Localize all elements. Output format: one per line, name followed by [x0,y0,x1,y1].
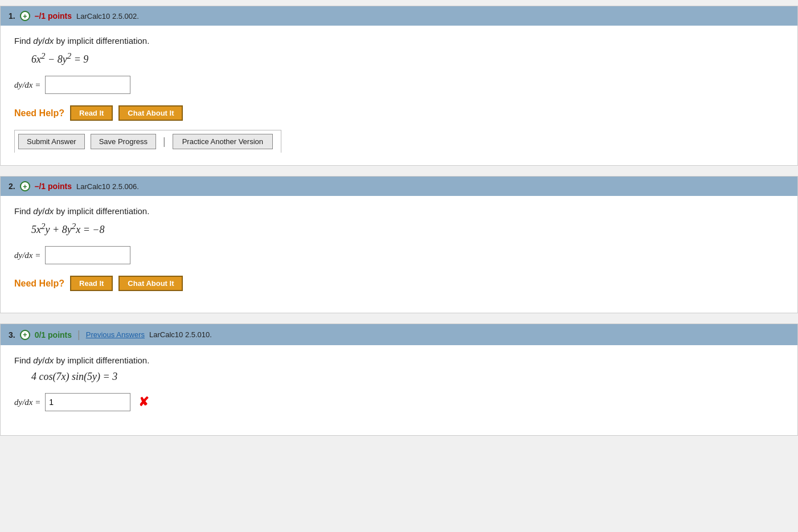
problem-3-answer-row: dy/dx = ✘ [14,393,784,411]
problem-1-id: LarCalc10 2.5.002. [76,12,139,21]
problem-3-id: LarCalc10 2.5.010. [149,330,212,339]
problem-2-instruction: Find dy/dx by implicit differentiation. [14,206,784,216]
problem-1-action-tab: Submit Answer Save Progress | Practice A… [14,130,281,153]
problem-1-header: 1. + –/1 points LarCalc10 2.5.002. [1,6,797,26]
plus-icon-3: + [20,330,30,340]
page-container: 1. + –/1 points LarCalc10 2.5.002. Find … [0,0,798,532]
problem-1-number: 1. [9,11,15,21]
problem-2-read-it-button[interactable]: Read It [70,276,113,291]
problem-1-equation: 6x2 − 8y2 = 9 [31,51,784,66]
problem-2-body: Find dy/dx by implicit differentiation. … [1,196,797,313]
problem-3-answer-label: dy/dx = [14,398,40,407]
problem-2-header: 2. + –/1 points LarCalc10 2.5.006. [1,177,797,196]
problem-1-need-help-row: Need Help? Read It Chat About It [14,105,784,121]
problem-2-need-help-row: Need Help? Read It Chat About It [14,276,784,291]
problem-2-need-help-label: Need Help? [14,279,64,289]
problem-1-body: Find dy/dx by implicit differentiation. … [1,26,797,165]
problem-1-instruction: Find dy/dx by implicit differentiation. [14,36,784,46]
problem-1-answer-label: dy/dx = [14,80,40,90]
problem-2-id: LarCalc10 2.5.006. [76,182,139,191]
problem-3-equation: 4 cos(7x) sin(5y) = 3 [31,371,784,383]
problem-1-answer-input[interactable] [45,76,130,94]
problem-1-points: –/1 points [35,11,72,21]
problem-1-chat-about-button[interactable]: Chat About It [118,105,183,121]
problem-2-chat-about-button[interactable]: Chat About It [118,276,183,291]
problem-1-block: 1. + –/1 points LarCalc10 2.5.002. Find … [0,6,798,166]
problem-2-equation: 5x2y + 8y2x = −8 [31,222,784,236]
problem-1-submit-button[interactable]: Submit Answer [18,134,85,149]
problem-1-read-it-button[interactable]: Read It [70,105,113,121]
problem-3-points: 0/1 points [35,330,72,339]
problem-3-block: 3. + 0/1 points | Previous Answers LarCa… [0,324,798,436]
problem-1-answer-row: dy/dx = [14,76,784,94]
problem-2-points: –/1 points [35,182,72,191]
plus-icon-1: + [20,11,30,21]
plus-icon-2: + [20,181,30,191]
problem-3-number: 3. [9,330,15,339]
problem-1-need-help-label: Need Help? [14,108,64,118]
separator-1: | [162,136,167,148]
problem-3-header: 3. + 0/1 points | Previous Answers LarCa… [1,324,797,345]
wrong-icon-3: ✘ [138,395,149,410]
problem-3-body: Find dy/dx by implicit differentiation. … [1,345,797,435]
problem-2-answer-label: dy/dx = [14,251,40,260]
problem-2-answer-input[interactable] [45,246,130,264]
problem-1-save-button[interactable]: Save Progress [91,134,156,149]
problem-3-instruction: Find dy/dx by implicit differentiation. [14,355,784,365]
problem-3-previous-answers[interactable]: Previous Answers [86,330,145,339]
separator-3: | [76,329,81,341]
problem-3-answer-input[interactable] [45,393,130,411]
problem-2-number: 2. [9,182,15,191]
problem-2-block: 2. + –/1 points LarCalc10 2.5.006. Find … [0,176,798,313]
problem-2-answer-row: dy/dx = [14,246,784,264]
problem-1-practice-button[interactable]: Practice Another Version [173,134,273,149]
